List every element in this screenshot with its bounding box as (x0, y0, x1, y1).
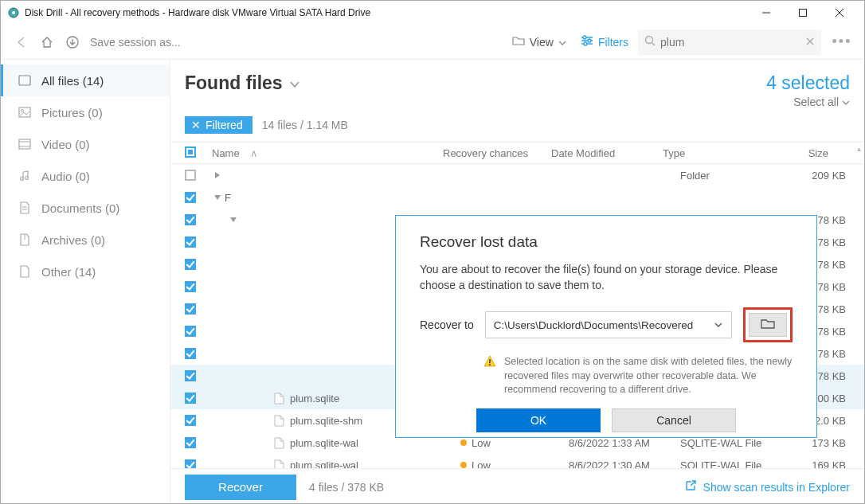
chevron-down-icon (842, 96, 850, 108)
row-checkbox[interactable] (185, 348, 196, 359)
clear-search-icon[interactable] (805, 35, 815, 49)
file-type: Folder (680, 170, 774, 182)
svg-point-10 (583, 36, 586, 39)
warning-text: Selected location is on the same disk wi… (504, 355, 793, 397)
sidebar-item-label: Video (0) (41, 138, 90, 151)
svg-point-12 (584, 42, 587, 45)
row-checkbox[interactable] (185, 326, 196, 337)
header-checkbox[interactable] (185, 147, 196, 158)
svg-line-14 (652, 43, 655, 45)
found-files-heading[interactable]: Found files (185, 72, 300, 94)
sidebar-item-pictures[interactable]: Pictures (0) (1, 96, 170, 128)
row-checkbox[interactable] (185, 393, 196, 404)
more-button[interactable]: ••• (828, 33, 856, 50)
back-button[interactable] (9, 29, 34, 55)
file-name: plum.sqlite-wal (290, 437, 358, 449)
sidebar-item-video[interactable]: Video (0) (1, 128, 170, 160)
cancel-button[interactable]: Cancel (612, 408, 736, 432)
col-date[interactable]: Date Modified (551, 147, 663, 159)
row-checkbox[interactable] (185, 236, 196, 248)
row-checkbox[interactable] (185, 459, 196, 468)
filters-icon (581, 35, 593, 49)
row-checkbox[interactable] (185, 259, 196, 270)
file-size: 209 KB (774, 170, 846, 182)
table-row[interactable]: F (170, 186, 864, 209)
view-dropdown[interactable]: View (512, 35, 566, 49)
folder-icon (512, 35, 525, 49)
col-name[interactable]: Name ∧ (207, 147, 443, 159)
svg-point-23 (21, 178, 24, 181)
sidebar-item-documents[interactable]: Documents (0) (1, 192, 170, 224)
search-icon (644, 35, 656, 49)
row-checkbox[interactable] (185, 192, 196, 203)
ok-button[interactable]: OK (476, 408, 601, 432)
expand-toggle[interactable] (207, 193, 225, 201)
audio-icon (18, 170, 32, 182)
dialog-description: You are about to recover the file(s) fou… (420, 262, 793, 293)
view-label: View (530, 36, 554, 49)
col-size[interactable]: Size (757, 147, 828, 159)
browse-button[interactable] (749, 313, 787, 337)
row-checkbox[interactable] (185, 303, 196, 315)
file-size: 173 KB (774, 437, 846, 449)
row-checkbox[interactable] (185, 214, 196, 225)
close-icon[interactable]: ✕ (191, 119, 201, 131)
recover-to-path: C:\Users\Ducklord\Documents\Recovered (494, 319, 694, 331)
filters-button[interactable]: Filters (581, 35, 628, 49)
file-icon (272, 459, 285, 468)
table-row[interactable]: plum.sqlite-walLow8/6/2022 1:30 AMSQLITE… (170, 454, 864, 468)
expand-toggle[interactable] (207, 171, 225, 179)
recovery-chance: Low (472, 459, 491, 469)
warning-icon (483, 355, 496, 397)
search-box[interactable] (638, 29, 821, 55)
row-checkbox[interactable] (185, 370, 196, 381)
archives-icon (18, 233, 32, 246)
pictures-icon (18, 107, 32, 118)
file-icon (272, 436, 285, 449)
sidebar-item-label: Other (14) (41, 265, 96, 279)
status-dot (460, 440, 467, 446)
sidebar: All files (14) Pictures (0) Video (0) Au… (1, 60, 170, 504)
expand-toggle[interactable] (207, 216, 241, 224)
browse-highlight (743, 307, 793, 342)
recover-button[interactable]: Recover (185, 475, 296, 500)
table-row[interactable]: Folder209 KB (170, 164, 864, 186)
show-in-explorer-link[interactable]: Show scan results in Explorer (684, 479, 850, 494)
folder-icon (761, 318, 775, 332)
row-checkbox[interactable] (185, 170, 196, 181)
all-files-icon (18, 75, 32, 86)
toolbar: Save session as... View Filters ••• (1, 25, 864, 60)
filtered-chip[interactable]: ✕ Filtered (185, 116, 252, 134)
date-modified: 8/6/2022 1:33 AM (569, 437, 680, 449)
svg-point-24 (25, 177, 29, 180)
sidebar-item-label: Archives (0) (41, 233, 105, 247)
col-type[interactable]: Type (663, 147, 757, 159)
scroll-up-icon[interactable]: ▴ (857, 144, 861, 153)
select-all-button[interactable]: Select all (766, 96, 850, 108)
col-chances[interactable]: Recovery chances (443, 147, 551, 159)
search-input[interactable] (660, 36, 815, 49)
close-button[interactable] (821, 1, 858, 25)
other-icon (18, 265, 32, 278)
app-icon (7, 6, 20, 19)
save-session-button[interactable]: Save session as... (90, 36, 181, 49)
file-count-label: 14 files / 1.14 MB (262, 119, 348, 131)
file-size: 169 KB (774, 459, 846, 469)
row-checkbox[interactable] (185, 437, 196, 448)
recover-to-dropdown[interactable]: C:\Users\Ducklord\Documents\Recovered (485, 311, 732, 338)
sidebar-item-archives[interactable]: Archives (0) (1, 224, 170, 256)
window-title: Disk Drill - All recovery methods - Hard… (25, 7, 748, 18)
minimize-button[interactable] (748, 1, 785, 25)
chevron-down-icon (289, 72, 300, 94)
home-button[interactable] (34, 29, 60, 55)
folder-name: F (225, 192, 231, 204)
svg-point-11 (588, 39, 591, 42)
maximize-button[interactable] (785, 1, 821, 25)
save-session-icon[interactable] (60, 29, 85, 55)
sidebar-item-all-files[interactable]: All files (14) (1, 64, 170, 96)
row-checkbox[interactable] (185, 415, 196, 426)
sidebar-item-label: Pictures (0) (41, 106, 103, 119)
sidebar-item-audio[interactable]: Audio (0) (1, 160, 170, 192)
row-checkbox[interactable] (185, 281, 196, 292)
sidebar-item-other[interactable]: Other (14) (1, 256, 170, 287)
